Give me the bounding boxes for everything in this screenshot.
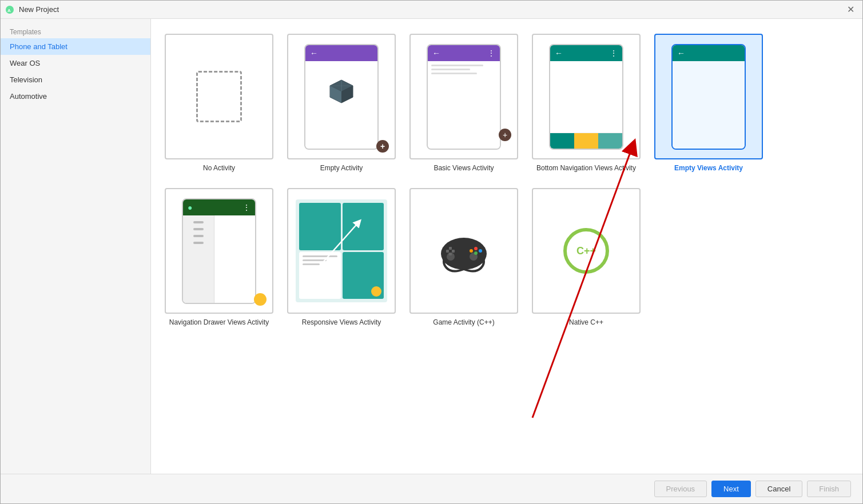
svg-point-9 (441, 238, 487, 270)
svg-text:A: A (7, 8, 11, 13)
template-empty-views[interactable]: ← Empty Views Activity (652, 30, 765, 175)
main-content: Templates Phone and Tablet Wear OS Telev… (1, 19, 862, 474)
sidebar-item-wear-os[interactable]: Wear OS (1, 55, 150, 71)
resp-fab (371, 286, 381, 297)
phone-topbar-empty-views: ← (673, 45, 745, 61)
sidebar-section-label: Templates (1, 23, 150, 38)
phone-topbar-nav-drawer: ● ⋮ (183, 199, 255, 215)
close-button[interactable]: ✕ (844, 3, 858, 16)
no-activity-icon (196, 71, 242, 122)
phone-topbar-basic: ← ⋮ (428, 45, 500, 61)
previous-button[interactable]: Previous (654, 481, 707, 497)
responsive-views-bg (296, 199, 387, 302)
bottom-nav-item-3 (598, 133, 622, 149)
template-preview-game-activity (409, 188, 518, 314)
sidebar: Templates Phone and Tablet Wear OS Telev… (1, 19, 151, 474)
template-label-game-activity: Game Activity (C++) (433, 318, 494, 326)
content-line-1 (431, 65, 483, 66)
phone-topbar-bottom-nav: ← ⋮ (550, 45, 622, 61)
template-label-nav-drawer: Navigation Drawer Views Activity (169, 318, 269, 326)
svg-rect-13 (449, 247, 452, 250)
phone-mockup-nav-drawer: ● ⋮ (182, 198, 256, 304)
svg-rect-12 (446, 250, 449, 253)
template-no-activity[interactable]: No Activity (162, 30, 276, 175)
fab-nav-drawer (254, 293, 267, 306)
phone-mockup-bottom-nav: ← ⋮ (549, 44, 623, 150)
template-responsive-views[interactable]: Responsive Views Activity (285, 185, 398, 330)
nav-dot-3 (193, 235, 204, 237)
bottom-nav-item-2 (574, 133, 598, 149)
nav-drawer-side (183, 215, 214, 303)
resp-cell-1 (299, 203, 341, 250)
title-bar: A New Project ✕ (1, 1, 862, 19)
resp-cell-3 (299, 252, 341, 299)
svg-rect-15 (449, 253, 452, 255)
templates-area: No Activity ← (151, 19, 862, 474)
svg-point-17 (479, 249, 482, 253)
template-preview-bottom-nav: ← ⋮ (532, 34, 641, 159)
template-basic-views[interactable]: ← ⋮ + Basic Views Activity (407, 30, 520, 175)
resp-line-2 (303, 259, 327, 261)
svg-rect-14 (452, 250, 455, 253)
dialog-title: New Project (19, 5, 844, 14)
new-project-dialog: A New Project ✕ Templates Phone and Tabl… (0, 0, 863, 504)
template-preview-responsive-views (287, 188, 396, 314)
nav-dot-1 (193, 221, 204, 223)
phone-mockup-empty-activity: ← (304, 44, 379, 150)
sidebar-item-television[interactable]: Television (1, 71, 150, 88)
template-preview-nav-drawer: ● ⋮ (165, 188, 273, 314)
resp-line-3 (303, 263, 320, 265)
template-preview-basic-views: ← ⋮ + (409, 34, 518, 159)
android-studio-icon: A (5, 5, 14, 14)
next-button[interactable]: Next (711, 481, 751, 497)
phone-content-bottom-nav (550, 61, 622, 133)
template-bottom-nav[interactable]: ← ⋮ Bottom Navigation Views Activity (530, 30, 643, 175)
template-game-activity[interactable]: Game Activity (C++) (407, 185, 520, 330)
svg-point-19 (470, 249, 473, 253)
fab-basic-views: + (499, 129, 511, 141)
template-preview-empty-activity: ← (287, 34, 396, 159)
phone-topbar-empty: ← (305, 45, 377, 61)
template-label-responsive-views: Responsive Views Activity (302, 318, 381, 326)
phone-content-empty (305, 61, 377, 149)
gamepad-icon (438, 228, 490, 274)
sidebar-item-automotive[interactable]: Automotive (1, 88, 150, 105)
cube-icon (327, 77, 356, 106)
nav-dot-4 (193, 242, 204, 244)
phone-content-empty-views (673, 61, 745, 149)
nav-drawer-main (214, 215, 255, 303)
template-empty-activity[interactable]: ← (285, 30, 398, 175)
template-label-native-cpp: Native C++ (569, 318, 603, 326)
sidebar-item-phone-tablet[interactable]: Phone and Tablet (1, 38, 150, 55)
bottom-nav-item-1 (550, 133, 574, 149)
content-line-3 (431, 73, 477, 74)
cancel-button[interactable]: Cancel (755, 481, 802, 497)
phone-content-basic (428, 61, 500, 149)
svg-point-16 (474, 247, 478, 250)
phone-mockup-basic-views: ← ⋮ (427, 44, 501, 150)
native-cpp-icon: C++ (563, 228, 609, 274)
phone-mockup-empty-views: ← (671, 44, 746, 150)
nav-dot-2 (193, 228, 204, 230)
template-label-bottom-nav: Bottom Navigation Views Activity (536, 164, 636, 172)
resp-cell-2 (343, 203, 384, 250)
template-label-basic-views: Basic Views Activity (434, 164, 494, 172)
template-label-empty-activity: Empty Activity (320, 164, 363, 172)
template-nav-drawer[interactable]: ● ⋮ (162, 185, 276, 330)
bottom-bar: Previous Next Cancel Finish (1, 474, 862, 503)
template-preview-no-activity (165, 34, 273, 159)
content-line-2 (431, 69, 470, 70)
template-label-no-activity: No Activity (203, 164, 235, 172)
templates-grid: No Activity ← (162, 30, 851, 330)
svg-point-18 (474, 251, 478, 255)
bottom-nav-bar (550, 133, 622, 149)
template-native-cpp[interactable]: C++ Native C++ (530, 185, 643, 330)
nav-drawer-content (183, 215, 255, 303)
template-preview-empty-views: ← (654, 34, 763, 159)
template-label-empty-views: Empty Views Activity (674, 164, 743, 172)
finish-button[interactable]: Finish (807, 481, 851, 497)
template-preview-native-cpp: C++ (532, 188, 641, 314)
resp-line-1 (303, 255, 337, 257)
